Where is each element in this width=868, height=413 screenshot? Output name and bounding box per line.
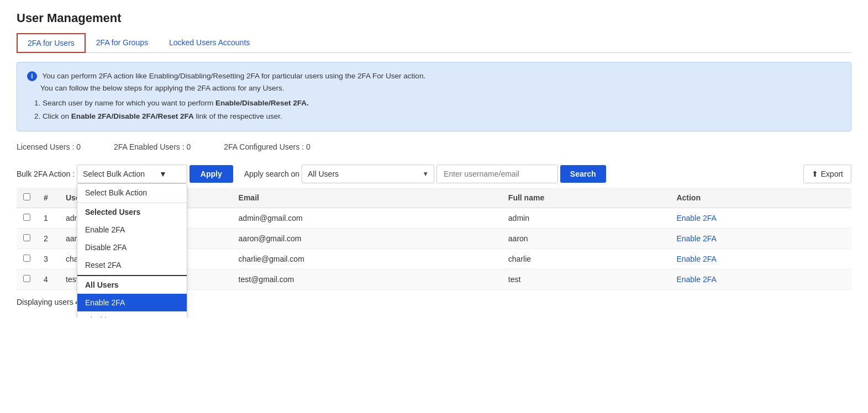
- row-checkbox-cell[interactable]: [17, 249, 37, 269]
- 2fa-configured-stat: 2FA Configured Users : 0: [224, 142, 310, 151]
- col-fullname: Full name: [502, 188, 670, 208]
- tab-2fa-groups[interactable]: 2FA for Groups: [86, 33, 159, 53]
- search-filter-select[interactable]: All Users: [302, 165, 434, 183]
- bulk-select-wrapper: Select Bulk Action ▼: [77, 165, 187, 183]
- apply-search-label: Apply search on: [244, 170, 299, 178]
- row-num: 1: [37, 208, 59, 229]
- row-action-link[interactable]: Enable 2FA: [676, 275, 716, 284]
- bulk-select-value: Select Bulk Action: [83, 170, 145, 178]
- info-line2: You can follow the below steps for apply…: [27, 82, 285, 94]
- export-icon: ⬆: [812, 170, 818, 178]
- row-email: charlie@gmail.com: [232, 249, 502, 269]
- row-email: admin@gmail.com: [232, 208, 502, 229]
- licensed-users-stat: Licensed Users : 0: [17, 142, 81, 151]
- info-step1: Search user by name for which you want t…: [43, 97, 841, 109]
- toolbar: Bulk 2FA Action : Select Bulk Action ▼ S…: [17, 165, 851, 183]
- row-fullname: admin: [502, 208, 670, 229]
- export-button[interactable]: ⬆ Export: [803, 165, 851, 183]
- dropdown-item-disable-2fa-all[interactable]: Disable 2FA: [77, 311, 187, 317]
- info-icon: i: [27, 71, 37, 81]
- col-select-all[interactable]: [17, 188, 37, 208]
- tab-locked-accounts[interactable]: Locked Users Accounts: [159, 33, 260, 53]
- info-box: i You can perform 2FA action like Enabli…: [17, 62, 851, 131]
- row-action-link[interactable]: Enable 2FA: [676, 234, 716, 243]
- row-action[interactable]: Enable 2FA: [670, 229, 851, 249]
- bulk-action-dropdown-menu: Select Bulk Action Selected Users Enable…: [77, 183, 187, 317]
- stats-row: Licensed Users : 0 2FA Enabled Users : 0…: [17, 142, 851, 151]
- info-line1: You can perform 2FA action like Enabling…: [43, 72, 426, 80]
- dropdown-item-reset-2fa-selected[interactable]: Reset 2FA: [77, 256, 187, 274]
- bulk-action-dropdown-wrapper: Select Bulk Action ▼ Select Bulk Action …: [77, 165, 187, 183]
- dropdown-item-enable-2fa-selected[interactable]: Enable 2FA: [77, 221, 187, 239]
- row-action-link[interactable]: Enable 2FA: [676, 255, 716, 263]
- row-num: 4: [37, 269, 59, 290]
- search-button[interactable]: Search: [560, 165, 606, 183]
- row-num: 2: [37, 229, 59, 249]
- row-action[interactable]: Enable 2FA: [670, 269, 851, 290]
- export-label: Export: [821, 170, 843, 178]
- page-title: User Management: [17, 11, 851, 25]
- dropdown-section-selected-users: Selected Users: [77, 203, 187, 221]
- bulk-select-arrow-icon: ▼: [159, 170, 167, 178]
- row-checkbox[interactable]: [23, 275, 30, 282]
- col-email: Email: [232, 188, 502, 208]
- tab-2fa-users[interactable]: 2FA for Users: [17, 33, 86, 53]
- dropdown-item-placeholder[interactable]: Select Bulk Action: [77, 184, 187, 202]
- row-email: test@gmail.com: [232, 269, 502, 290]
- row-action[interactable]: Enable 2FA: [670, 208, 851, 229]
- info-step2: Click on Enable 2FA/Disable 2FA/Reset 2F…: [43, 110, 841, 123]
- 2fa-enabled-stat: 2FA Enabled Users : 0: [114, 142, 191, 151]
- row-checkbox[interactable]: [23, 255, 30, 262]
- row-checkbox-cell[interactable]: [17, 229, 37, 249]
- row-action[interactable]: Enable 2FA: [670, 249, 851, 269]
- search-filter-wrapper: All Users ▼: [302, 165, 434, 183]
- row-num: 3: [37, 249, 59, 269]
- dropdown-section-all-users: All Users: [77, 275, 187, 294]
- bulk-action-label: Bulk 2FA Action :: [17, 170, 75, 178]
- row-fullname: charlie: [502, 249, 670, 269]
- col-action: Action: [670, 188, 851, 208]
- row-checkbox[interactable]: [23, 234, 30, 241]
- row-fullname: aaron: [502, 229, 670, 249]
- row-checkbox[interactable]: [23, 214, 30, 221]
- bulk-action-select[interactable]: Select Bulk Action ▼: [77, 165, 187, 183]
- dropdown-item-enable-2fa-all[interactable]: Enable 2FA: [77, 294, 187, 311]
- row-email: aaron@gmail.com: [232, 229, 502, 249]
- tabs-container: 2FA for Users 2FA for Groups Locked User…: [17, 33, 851, 53]
- row-fullname: test: [502, 269, 670, 290]
- select-all-checkbox[interactable]: [23, 193, 30, 200]
- search-input[interactable]: [436, 165, 558, 183]
- row-action-link[interactable]: Enable 2FA: [676, 214, 716, 223]
- dropdown-item-disable-2fa-selected[interactable]: Disable 2FA: [77, 239, 187, 256]
- row-checkbox-cell[interactable]: [17, 208, 37, 229]
- apply-button[interactable]: Apply: [190, 165, 233, 183]
- row-checkbox-cell[interactable]: [17, 269, 37, 290]
- col-num: #: [37, 188, 59, 208]
